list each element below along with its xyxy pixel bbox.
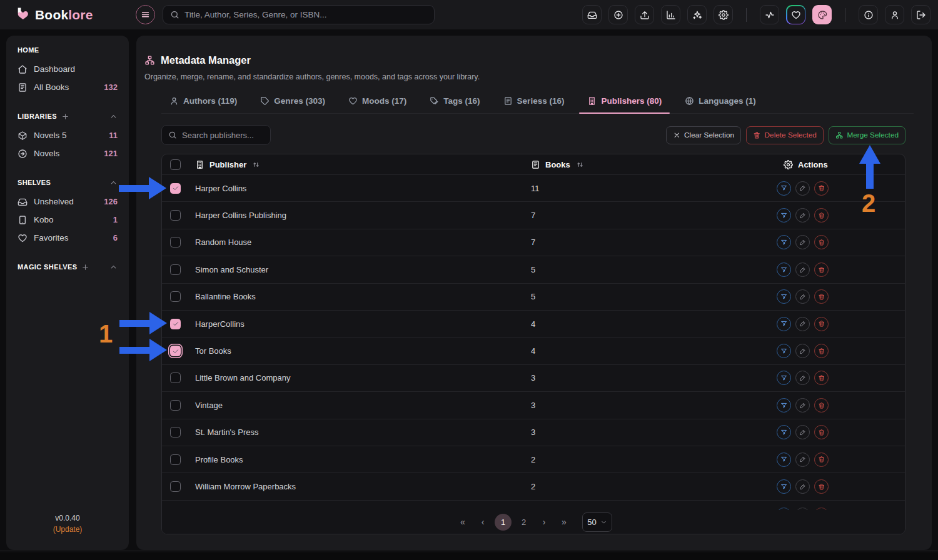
tab-moods[interactable]: Moods (17) — [340, 96, 415, 113]
sidebar-item-favorites[interactable]: Favorites6 — [14, 229, 121, 247]
publisher-column-header[interactable]: Publisher — [209, 160, 246, 169]
filter-action-button[interactable] — [777, 208, 791, 222]
delete-action-button[interactable] — [814, 181, 829, 196]
row-checkbox[interactable] — [170, 427, 181, 438]
tab-tags[interactable]: Tags (16) — [421, 96, 488, 113]
row-checkbox[interactable] — [170, 210, 181, 221]
edit-action-button[interactable] — [795, 181, 810, 196]
chevron-up-icon[interactable] — [109, 179, 118, 187]
row-checkbox[interactable] — [170, 183, 181, 194]
sidebar-item-novels[interactable]: Novels121 — [14, 144, 121, 162]
edit-action-button[interactable] — [795, 479, 810, 494]
books-column-header[interactable]: Books — [545, 160, 570, 169]
info-button[interactable] — [859, 5, 878, 24]
delete-action-button[interactable] — [814, 425, 829, 439]
ai-sparkles-button[interactable] — [687, 5, 707, 24]
tab-genres[interactable]: Genres (303) — [252, 96, 333, 113]
delete-action-button[interactable] — [814, 371, 829, 385]
clear-selection-button[interactable]: Clear Selection — [666, 126, 742, 144]
chevron-up-icon[interactable] — [109, 263, 118, 271]
sort-icon[interactable] — [251, 160, 261, 169]
filter-action-button[interactable] — [777, 344, 791, 358]
filter-action-button[interactable] — [777, 452, 791, 467]
app-logo[interactable]: Booklore — [15, 0, 93, 29]
edit-action-button[interactable] — [795, 289, 810, 304]
edit-action-button[interactable] — [795, 317, 810, 331]
upload-button[interactable] — [635, 5, 654, 24]
tab-authors[interactable]: Authors (119) — [161, 96, 245, 113]
inbox-button[interactable] — [582, 5, 602, 24]
filter-action-button[interactable] — [777, 398, 791, 412]
filter-action-button[interactable] — [777, 425, 791, 439]
delete-action-button[interactable] — [814, 235, 829, 249]
row-checkbox[interactable] — [170, 291, 181, 302]
delete-action-button[interactable] — [814, 398, 829, 412]
row-checkbox[interactable] — [170, 481, 181, 492]
edit-action-button[interactable] — [795, 371, 810, 385]
page-1-button[interactable]: 1 — [495, 514, 512, 531]
row-checkbox[interactable] — [170, 264, 181, 275]
edit-action-button[interactable] — [795, 208, 810, 222]
last-page-button[interactable]: » — [556, 514, 572, 530]
add-button[interactable] — [608, 5, 628, 24]
add-icon[interactable] — [61, 112, 69, 121]
sidebar-item-unshelved[interactable]: Unshelved126 — [14, 192, 121, 211]
delete-action-button[interactable] — [814, 262, 829, 277]
filter-action-button[interactable] — [777, 262, 791, 277]
page-size-select[interactable]: 50 — [582, 512, 612, 532]
tab-languages[interactable]: Languages (1) — [677, 96, 764, 113]
delete-action-button[interactable] — [814, 452, 829, 467]
logout-button[interactable] — [911, 5, 930, 24]
filter-action-button[interactable] — [777, 289, 791, 304]
publisher-search-input[interactable] — [182, 131, 264, 140]
delete-action-button[interactable] — [814, 479, 829, 494]
add-icon[interactable] — [81, 263, 89, 271]
sidebar-item-dashboard[interactable]: Dashboard — [14, 60, 121, 78]
edit-action-button[interactable] — [795, 398, 810, 412]
global-search-input[interactable] — [184, 10, 427, 19]
prev-page-button[interactable]: ‹ — [475, 514, 491, 530]
edit-action-button[interactable] — [795, 235, 810, 249]
delete-action-button[interactable] — [814, 317, 829, 331]
delete-selected-button[interactable]: Delete Selected — [746, 126, 824, 144]
merge-selected-button[interactable]: Merge Selected — [829, 126, 905, 144]
next-page-button[interactable]: › — [536, 514, 552, 530]
select-all-checkbox[interactable] — [170, 159, 181, 170]
activity-button[interactable] — [760, 5, 779, 24]
update-link[interactable]: (Update) — [6, 525, 129, 534]
global-search[interactable] — [163, 5, 435, 24]
sidebar-item-novels-5[interactable]: Novels 511 — [14, 126, 121, 144]
menu-button[interactable] — [136, 5, 155, 24]
filter-action-button[interactable] — [777, 317, 791, 331]
delete-action-button[interactable] — [814, 344, 829, 358]
row-checkbox[interactable] — [170, 237, 181, 248]
sidebar-item-kobo[interactable]: Kobo1 — [14, 211, 121, 229]
edit-action-button[interactable] — [795, 425, 810, 439]
sidebar-item-all-books[interactable]: All Books132 — [14, 78, 121, 96]
filter-action-button[interactable] — [777, 235, 791, 249]
favorites-button[interactable] — [786, 5, 805, 24]
settings-button[interactable] — [714, 5, 733, 24]
tab-publishers[interactable]: Publishers (80) — [579, 96, 670, 113]
edit-action-button[interactable] — [795, 344, 810, 358]
sort-icon[interactable] — [575, 160, 585, 169]
publisher-search[interactable] — [161, 125, 271, 145]
page-2-button[interactable]: 2 — [515, 514, 532, 531]
delete-action-button[interactable] — [814, 289, 829, 304]
stats-button[interactable] — [661, 5, 680, 24]
row-checkbox[interactable] — [170, 372, 181, 383]
chevron-up-icon[interactable] — [109, 112, 118, 121]
row-checkbox[interactable] — [170, 454, 181, 465]
theme-button[interactable] — [812, 5, 832, 24]
edit-action-button[interactable] — [795, 452, 810, 467]
filter-action-button[interactable] — [777, 181, 791, 196]
tab-seriess[interactable]: Seriess (16) — [495, 96, 573, 113]
edit-action-button[interactable] — [795, 262, 810, 277]
first-page-button[interactable]: « — [455, 514, 471, 530]
row-checkbox[interactable] — [170, 319, 181, 329]
filter-action-button[interactable] — [777, 479, 791, 494]
delete-action-button[interactable] — [814, 208, 829, 222]
row-checkbox[interactable] — [170, 346, 181, 356]
row-checkbox[interactable] — [170, 400, 181, 411]
account-button[interactable] — [885, 5, 904, 24]
